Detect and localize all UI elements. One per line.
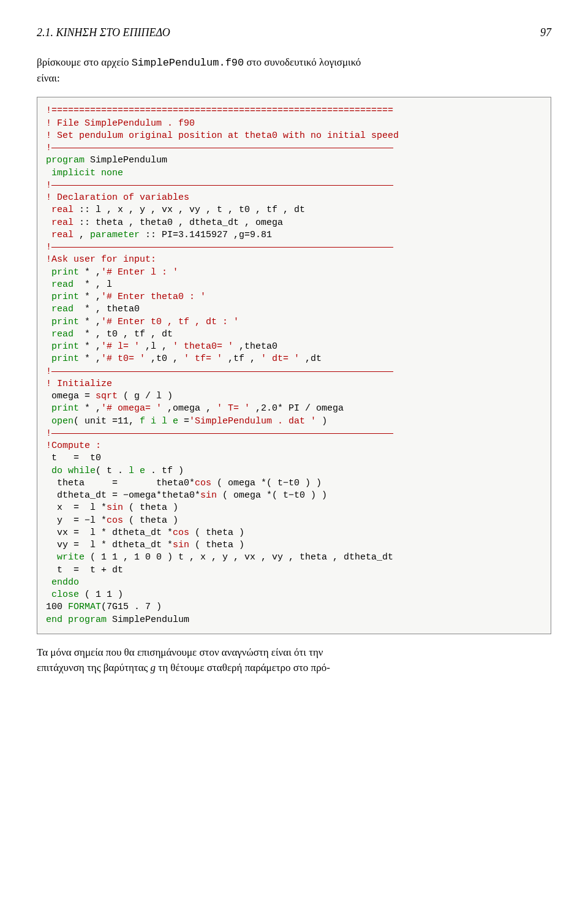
code-text: :: l , x , y , vx , vy , t , t0 , tf , d… (74, 205, 305, 215)
intro-code-filename: SimplePendulum.f90 (132, 57, 244, 69)
section-label: 2.1. ΚΙΝΗΣΗ ΣΤΟ ΕΠΙΠΕΔΟ (37, 25, 170, 40)
keyword: program (46, 155, 85, 165)
fn-call: cos (173, 528, 189, 538)
intro-text-c: είναι: (37, 72, 60, 84)
fn-call: sqrt (96, 391, 118, 401)
outro-text-a: Τα μόνα σημεία που θα επισημάνουμε στον … (37, 646, 323, 658)
code-text: ,omega , (162, 403, 217, 414)
keyword: print (46, 292, 79, 302)
code-text: ( theta ) (189, 528, 244, 538)
fn-call: cos (107, 515, 123, 526)
code-listing: !=======================================… (37, 97, 551, 634)
code-text: ( 1 1 , 1 0 0 ) t , x , y , vx , vy , th… (85, 552, 393, 563)
keyword: print (46, 354, 79, 364)
string: ' T= ' (217, 403, 250, 414)
comment: !———————————————————————————————————————… (46, 143, 393, 153)
code-text: x = l * (46, 502, 107, 513)
keyword: FORMAT (68, 602, 101, 612)
math-g: g (151, 662, 156, 673)
code-text: ,dt (300, 354, 322, 364)
code-text: . tf ) (145, 466, 184, 476)
comment: !———————————————————————————————————————… (46, 428, 393, 439)
comment: !Ask user for input: (46, 254, 156, 265)
intro-text-a: βρίσκουμε στο αρχείο (37, 56, 132, 68)
keyword: implicit none (46, 168, 123, 178)
code-text: * , (79, 267, 101, 278)
code-text: = (178, 416, 189, 426)
code-text: * , (79, 341, 101, 352)
string: ' theta0= ' (173, 341, 233, 352)
type: real (46, 230, 74, 240)
keyword: print (46, 267, 79, 278)
code-text: SimplePendulum (107, 615, 189, 625)
code-text: * , l (74, 279, 112, 290)
type: real (46, 205, 74, 215)
code-text: omega = (46, 391, 96, 401)
keyword: open (46, 416, 74, 426)
keyword: enddo (46, 577, 79, 588)
string: '# Enter theta0 : ' (101, 292, 206, 302)
code-text: ,theta0 (233, 341, 277, 352)
keyword: read (46, 304, 74, 314)
code-text: :: PI=3.1415927 ,g=9.81 (140, 230, 272, 240)
page-header: 2.1. ΚΙΝΗΣΗ ΣΤΟ ΕΠΙΠΕΔΟ 97 (37, 25, 551, 40)
code-text: ,l , (140, 341, 173, 352)
code-text: , (74, 230, 90, 240)
keyword: print (46, 403, 79, 414)
code-text: vy = l * dtheta_dt * (46, 540, 173, 550)
code-text: 100 (46, 602, 68, 612)
keyword: write (46, 552, 85, 563)
comment: ! File SimplePendulum . f90 (46, 118, 195, 129)
page-number: 97 (540, 25, 551, 40)
code-text: ,t0 , (145, 354, 184, 364)
string: '# omega= ' (101, 403, 162, 414)
code-text: ( omega *( t−t0 ) ) (217, 490, 327, 501)
keyword: read (46, 279, 74, 290)
comment: ! Set pendulum original position at thet… (46, 131, 399, 141)
keyword: l e (129, 466, 145, 476)
code-text: * , (79, 354, 101, 364)
comment: !Compute : (46, 441, 101, 451)
code-text: y = −l * (46, 515, 107, 526)
code-text: :: theta , theta0 , dtheta_dt , omega (74, 218, 283, 228)
fn-call: sin (107, 502, 123, 513)
code-text: ( omega *( t−t0 ) ) (211, 478, 322, 488)
code-text: * , t0 , tf , dt (74, 329, 173, 339)
code-text: ,tf , (222, 354, 261, 364)
code-text: * , (79, 317, 101, 327)
code-text: ( unit =11, (74, 416, 140, 426)
outro-text-b: επιτάχυνση της βαρύτητας (37, 662, 151, 673)
code-text: ( 1 1 ) (79, 589, 123, 600)
comment: !———————————————————————————————————————… (46, 242, 393, 252)
code-text: ,2.0* PI / omega (250, 403, 344, 414)
keyword: do while (46, 466, 96, 476)
string: '# t0= ' (101, 354, 145, 364)
keyword: print (46, 341, 79, 352)
comment: ! Declaration of variables (46, 192, 189, 203)
code-text: t = t0 (46, 453, 101, 463)
code-text: ( theta ) (123, 515, 178, 526)
code-text: SimplePendulum (85, 155, 167, 165)
code-text: t = t + dt (46, 565, 123, 575)
code-text: * , theta0 (74, 304, 140, 314)
type: real (46, 218, 74, 228)
fn-call: sin (200, 490, 217, 501)
comment: !———————————————————————————————————————… (46, 366, 393, 377)
code-text: ( theta ) (123, 502, 178, 513)
fn-call: sin (173, 540, 189, 550)
code-text: ( g / l ) (118, 391, 173, 401)
code-text: ( theta ) (189, 540, 244, 550)
comment: !=======================================… (46, 105, 393, 116)
comment: !———————————————————————————————————————… (46, 180, 393, 191)
code-text: ( t . (96, 466, 129, 476)
code-text: vx = l * dtheta_dt * (46, 528, 173, 538)
keyword: close (46, 589, 79, 600)
intro-paragraph: βρίσκουμε στο αρχείο SimplePendulum.f90 … (37, 55, 551, 86)
outro-text-c: τη θέτουμε σταθερή παράμετρο στο πρό- (156, 662, 330, 673)
string: ' tf= ' (184, 354, 222, 364)
code-text: dtheta_dt = −omega*theta0* (46, 490, 200, 501)
string: 'SimplePendulum . dat ' (189, 416, 316, 426)
fn-call: cos (195, 478, 211, 488)
keyword: end program (46, 615, 107, 625)
string: ' dt= ' (261, 354, 300, 364)
